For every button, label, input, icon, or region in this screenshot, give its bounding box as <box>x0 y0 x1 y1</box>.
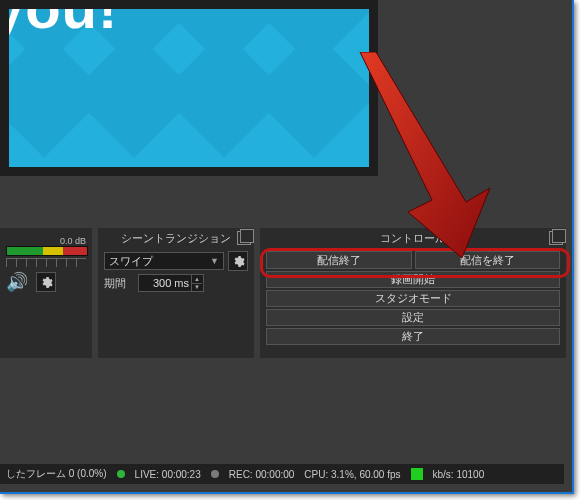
obs-window: Thank you! 0.0 dB 🔊 <box>0 0 572 492</box>
svg-rect-7 <box>250 30 369 157</box>
audio-meter <box>6 246 88 256</box>
end-stream-button[interactable]: 配信を終了 <box>415 251 561 269</box>
mixer-settings-button[interactable] <box>36 272 56 292</box>
preview-text: Thank you! <box>9 9 118 41</box>
popout-icon[interactable] <box>549 231 563 245</box>
status-live: LIVE: 00:00:23 <box>135 469 201 480</box>
live-dot-icon <box>117 470 125 478</box>
preview-area[interactable]: Thank you! <box>0 0 378 176</box>
chevron-down-icon: ▼ <box>210 256 219 266</box>
status-dropped-frames: したフレーム 0 (0.0%) <box>6 467 107 481</box>
transition-duration-input[interactable]: 300 ms ▲▼ <box>138 274 204 292</box>
status-kbps: kb/s: 10100 <box>433 469 485 480</box>
speaker-icon[interactable]: 🔊 <box>6 271 28 293</box>
rec-dot-icon <box>211 470 219 478</box>
stop-stream-button[interactable]: 配信終了 <box>266 251 412 269</box>
status-cpu: CPU: 3.1%, 60.00 fps <box>304 469 400 480</box>
controls-title: コントロール <box>380 231 446 246</box>
controls-panel: コントロール 配信終了 配信を終了 録画開始 スタジオモード 設定 終了 <box>260 228 566 358</box>
stepper-up-icon[interactable]: ▲ <box>191 275 202 283</box>
window-edge-bottom <box>0 492 574 494</box>
duration-label: 期間 <box>104 276 134 291</box>
stream-health-icon <box>411 468 423 480</box>
gear-icon <box>232 255 245 268</box>
gear-icon <box>40 276 53 289</box>
transition-settings-button[interactable] <box>228 251 248 271</box>
duration-value: 300 ms <box>153 277 189 289</box>
mixer-db-value: 0.0 dB <box>6 236 86 246</box>
mixer-panel: 0.0 dB 🔊 <box>0 228 92 358</box>
transition-selected: スワイプ <box>109 254 153 269</box>
window-edge-right <box>572 0 574 494</box>
stepper-down-icon[interactable]: ▼ <box>191 283 202 292</box>
transitions-panel: シーントランジション スワイプ ▼ 期間 <box>98 228 254 358</box>
exit-button[interactable]: 終了 <box>266 328 560 345</box>
audio-ticks <box>6 258 86 267</box>
status-rec: REC: 00:00:00 <box>229 469 295 480</box>
popout-icon[interactable] <box>237 231 251 245</box>
start-record-button[interactable]: 録画開始 <box>266 271 560 288</box>
transition-select[interactable]: スワイプ ▼ <box>104 252 224 270</box>
settings-button[interactable]: 設定 <box>266 309 560 326</box>
transitions-title: シーントランジション <box>121 231 231 246</box>
studio-mode-button[interactable]: スタジオモード <box>266 290 560 307</box>
status-bar: したフレーム 0 (0.0%) LIVE: 00:00:23 REC: 00:0… <box>0 464 564 484</box>
